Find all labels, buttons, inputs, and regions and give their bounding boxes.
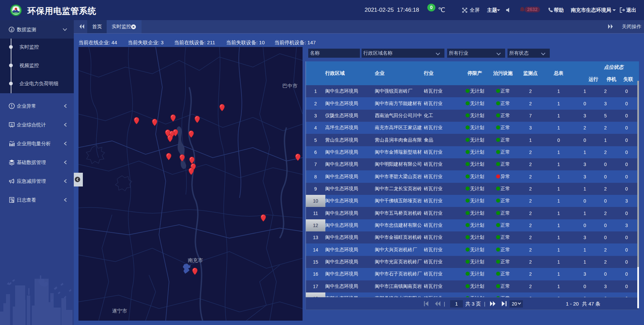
svg-text:巴中市: 巴中市 — [282, 83, 298, 89]
svg-text:遂宁市: 遂宁市 — [112, 308, 127, 314]
svg-text:南充市: 南充市 — [188, 257, 203, 263]
svg-text:央: 央 — [10, 123, 13, 126]
